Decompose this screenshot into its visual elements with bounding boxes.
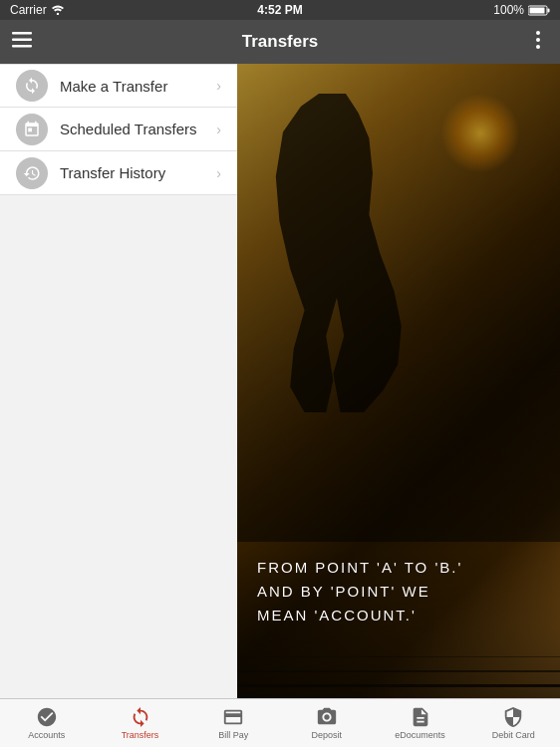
deposit-icon	[316, 706, 338, 728]
battery-label: 100%	[493, 3, 524, 17]
background-image: FROM POINT 'A' TO 'B.' AND BY 'POINT' WE…	[237, 64, 560, 747]
status-bar-left: Carrier	[10, 3, 65, 17]
image-text-line2: AND BY 'POINT' WE	[257, 580, 540, 604]
tab-edocuments[interactable]: eDocuments	[374, 699, 467, 747]
svg-rect-2	[548, 8, 550, 12]
menu-item-transfer-history[interactable]: Transfer History ›	[0, 151, 237, 195]
tab-transfers[interactable]: Transfers	[94, 699, 187, 747]
wifi-icon	[51, 5, 65, 15]
hamburger-menu-button[interactable]	[12, 32, 32, 53]
transfer-history-icon-wrap	[16, 157, 48, 189]
image-text-line1: FROM POINT 'A' TO 'B.'	[257, 556, 540, 580]
make-transfer-chevron: ›	[216, 78, 221, 94]
more-options-button[interactable]	[528, 30, 548, 55]
image-text-overlay: FROM POINT 'A' TO 'B.' AND BY 'POINT' WE…	[257, 556, 540, 627]
svg-point-9	[536, 45, 540, 49]
debitcard-tab-label: Debit Card	[492, 730, 535, 740]
make-transfer-label: Make a Transfer	[60, 78, 216, 95]
calendar-icon	[23, 121, 41, 138]
left-menu: Make a Transfer › Scheduled Transfers › …	[0, 64, 237, 747]
svg-point-7	[536, 31, 540, 35]
svg-rect-4	[12, 32, 32, 35]
history-icon	[23, 164, 41, 182]
transfer-history-chevron: ›	[216, 165, 221, 181]
nav-bar: Transfers	[0, 20, 560, 64]
billpay-icon	[222, 706, 244, 728]
menu-item-scheduled-transfers[interactable]: Scheduled Transfers ›	[0, 108, 237, 151]
scheduled-transfers-chevron: ›	[216, 122, 221, 137]
scheduled-transfers-icon-wrap	[16, 114, 48, 145]
tab-debitcard[interactable]: Debit Card	[466, 699, 560, 747]
status-bar-right: 100%	[493, 3, 550, 17]
tab-accounts[interactable]: Accounts	[0, 699, 94, 747]
tab-deposit[interactable]: Deposit	[280, 699, 374, 747]
image-text-line3: MEAN 'ACCOUNT.'	[257, 604, 540, 627]
svg-rect-5	[12, 38, 32, 41]
edocuments-tab-label: eDocuments	[395, 730, 445, 740]
svg-point-8	[536, 38, 540, 42]
debitcard-icon	[502, 706, 524, 728]
status-bar: Carrier 4:52 PM 100%	[0, 0, 560, 20]
edocuments-icon	[410, 706, 431, 728]
accounts-icon	[36, 706, 58, 728]
svg-point-0	[56, 13, 58, 15]
carrier-label: Carrier	[10, 3, 47, 17]
battery-icon	[528, 5, 550, 16]
svg-rect-3	[530, 7, 545, 13]
menu-item-make-transfer[interactable]: Make a Transfer ›	[0, 64, 237, 108]
transfer-history-label: Transfer History	[60, 164, 216, 181]
make-transfer-icon-wrap	[16, 70, 48, 102]
deposit-tab-label: Deposit	[312, 730, 343, 740]
svg-rect-6	[12, 45, 32, 48]
transfer-icon	[23, 77, 41, 95]
nav-title: Transfers	[242, 32, 319, 52]
billpay-tab-label: Bill Pay	[218, 730, 248, 740]
status-bar-time: 4:52 PM	[257, 3, 302, 17]
tab-billpay[interactable]: Bill Pay	[186, 699, 280, 747]
scheduled-transfers-label: Scheduled Transfers	[60, 121, 216, 137]
tab-bar: Accounts Transfers Bill Pay Deposit	[0, 698, 560, 747]
accounts-tab-label: Accounts	[28, 730, 65, 740]
transfers-tab-icon	[130, 706, 151, 728]
transfers-tab-label: Transfers	[122, 730, 159, 740]
